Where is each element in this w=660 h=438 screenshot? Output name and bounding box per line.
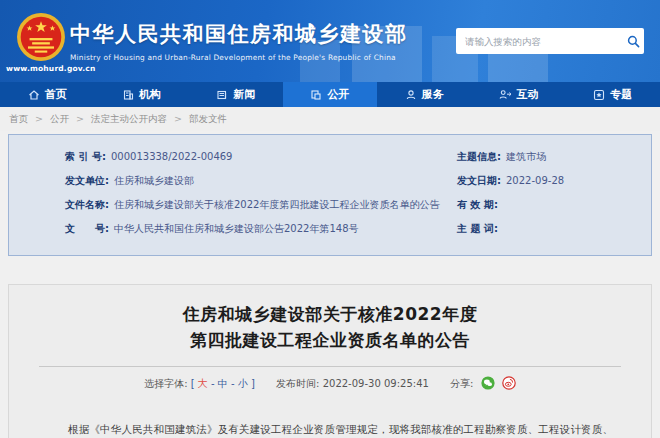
article-meta-bar: 选择字体: [ 大 - 中 - 小 ] 发布时间: 2022-09-30 09:… [9,376,651,392]
search-input[interactable] [456,36,622,47]
title-divider [39,366,621,367]
font-size-large-button[interactable]: 大 [198,378,208,389]
search-bar [456,28,644,54]
building-icon [122,89,134,101]
bracket: ] [251,378,255,389]
separator: - [231,378,235,389]
info-row-document-title: 文件名称: 住房和城乡建设部关于核准2022年度第四批建设工程企业资质名单的公告 [65,198,457,212]
info-value: 2022-09-28 [506,174,564,188]
article-title-line1: 住房和城乡建设部关于核准2022年度 [9,301,651,327]
font-size-medium-button[interactable]: 中 [218,378,228,389]
breadcrumb-separator: > [35,113,43,124]
publish-time-label: 发布时间: [276,378,319,389]
info-label: 发文日期: [457,174,501,188]
info-label: 索 引 号: [65,150,106,164]
publish-time-group: 发布时间: 2022-09-30 09:25:41 [276,378,432,389]
nav-tab-label: 服务 [422,87,444,102]
article-title-line2: 第四批建设工程企业资质名单的公告 [9,327,651,353]
info-value: 中华人民共和国住房和城乡建设部公告2022年第148号 [114,222,359,236]
font-selector-label: 选择字体: [144,378,187,389]
breadcrumb: 首页 > 公开 > 法定主动公开内容 > 部发文件 [0,107,660,131]
home-icon [28,89,40,101]
info-label: 有 效 期: [457,198,498,212]
article-title: 住房和城乡建设部关于核准2022年度 第四批建设工程企业资质名单的公告 [9,301,651,353]
search-icon[interactable] [622,35,644,48]
info-row-keywords: 主 题 词: [457,222,651,236]
nav-tab-organization[interactable]: 机构 [94,82,188,107]
bracket: [ [191,378,195,389]
info-row-topic: 主题信息: 建筑市场 [457,150,651,164]
site-banner: www.mohurd.gov.cn 中华人民共和国住房和城乡建设部 Minist… [0,0,660,82]
info-row-issue-date: 发文日期: 2022-09-28 [457,174,651,188]
site-url: www.mohurd.gov.cn [6,64,80,73]
info-row-document-number: 文 号: 中华人民共和国住房和城乡建设部公告2022年第148号 [65,222,457,236]
info-label: 主 题 词: [457,222,498,236]
info-label: 发文单位: [65,174,109,188]
nav-tab-home[interactable]: 首页 [0,82,94,107]
nav-tab-label: 机构 [139,87,161,102]
disclosure-icon [310,89,322,101]
publish-time-value: 2022-09-30 09:25:41 [323,378,429,389]
site-title-chinese: 中华人民共和国住房和城乡建设部 [70,20,408,48]
font-size-selector: 选择字体: [ 大 - 中 - 小 ] [144,378,258,389]
info-label: 文 号: [65,222,109,236]
nav-tab-label: 公开 [327,87,349,102]
nav-tab-label: 互动 [517,87,539,102]
info-value: 000013338/2022-00469 [111,150,233,164]
weibo-share-icon[interactable] [502,376,516,392]
info-row-validity: 有 效 期: [457,198,651,212]
national-emblem-logo [16,12,66,62]
wechat-share-icon[interactable] [481,376,495,392]
info-label: 文件名称: [65,198,109,212]
nav-tab-interaction[interactable]: 互动 [471,82,565,107]
info-value: 住房和城乡建设部 [114,174,194,188]
breadcrumb-home[interactable]: 首页 [9,113,28,124]
person-icon [405,89,417,101]
nav-tab-label: 专题 [610,87,632,102]
share-group: 分享: [450,378,516,389]
info-value: 建筑市场 [506,150,546,164]
breadcrumb-separator: > [76,113,84,124]
separator: - [211,378,215,389]
article-panel: 住房和城乡建设部关于核准2022年度 第四批建设工程企业资质名单的公告 选择字体… [8,284,652,438]
breadcrumb-disclosure[interactable]: 公开 [50,113,69,124]
breadcrumb-current-page: 部发文件 [189,113,227,124]
nav-tab-news[interactable]: 新闻 [189,82,283,107]
breadcrumb-statutory-content[interactable]: 法定主动公开内容 [91,113,167,124]
main-navigation: 首页 机构 新闻 公开 服务 [0,82,660,107]
font-size-small-button[interactable]: 小 [238,378,248,389]
nav-tab-label: 新闻 [233,87,255,102]
nav-tab-services[interactable]: 服务 [377,82,471,107]
info-row-issuing-unit: 发文单位: 住房和城乡建设部 [65,174,457,188]
nav-tab-label: 首页 [45,87,67,102]
news-icon [216,89,228,101]
site-title-english: Ministry of Housing and Urban-Rural Deve… [70,53,408,62]
breadcrumb-separator: > [174,113,182,124]
star-badge-icon [593,89,605,101]
share-label: 分享: [450,378,473,389]
nav-tab-disclosure[interactable]: 公开 [283,82,377,107]
document-info-panel: 索 引 号: 000013338/2022-00469 发文单位: 住房和城乡建… [8,134,652,256]
info-label: 主题信息: [457,150,501,164]
info-row-index-number: 索 引 号: 000013338/2022-00469 [65,150,457,164]
nav-tab-topics[interactable]: 专题 [566,82,660,107]
info-value: 住房和城乡建设部关于核准2022年度第四批建设工程企业资质名单的公告 [114,198,439,212]
interaction-icon [499,89,512,101]
article-body-paragraph: 根据《中华人民共和国建筑法》及有关建设工程企业资质管理规定，现将我部核准的工程勘… [47,417,613,438]
